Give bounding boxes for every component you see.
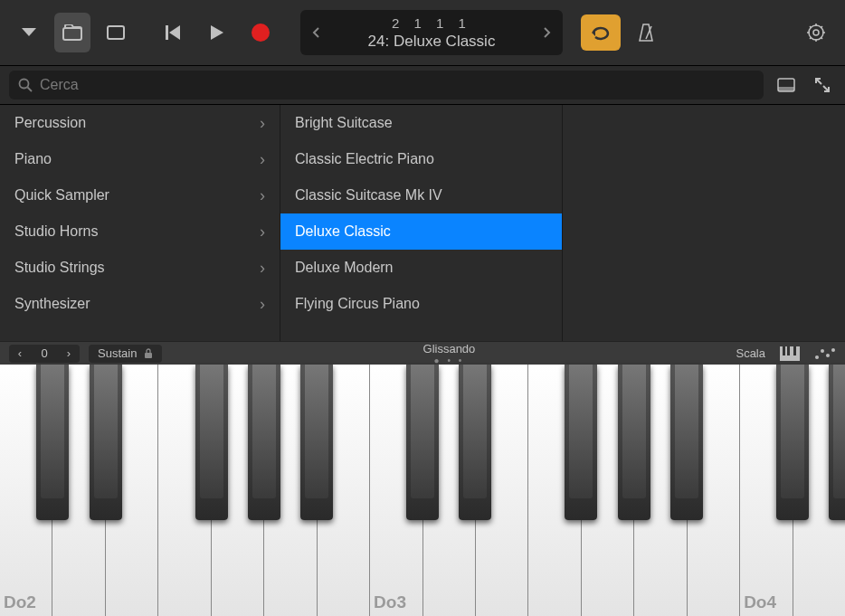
fullscreen-button[interactable] (809, 71, 836, 99)
svg-rect-23 (787, 346, 790, 355)
preset-row[interactable]: Deluxe Modern (280, 250, 562, 286)
octave-label: Do4 (744, 592, 776, 612)
octave-up-button[interactable]: › (58, 346, 80, 360)
preset-label: Deluxe Classic (295, 223, 391, 240)
scale-button[interactable]: Scala (736, 346, 765, 360)
display-center: 2 1 1 1 24: Deluxe Classic (333, 15, 530, 51)
piano-keyboard: Do2 Do3 Do4 (0, 365, 845, 616)
chevron-right-icon: › (260, 259, 265, 278)
octave-label: Do3 (374, 592, 406, 612)
panel-icon (777, 78, 795, 92)
keyboard-mode[interactable]: Glissando ● • • (171, 342, 726, 365)
black-key[interactable] (776, 365, 809, 520)
search-bar (0, 65, 845, 105)
black-key[interactable] (300, 365, 333, 520)
detail-column (563, 105, 845, 341)
cycle-icon (590, 24, 612, 41)
chevron-right-icon: › (260, 186, 265, 205)
play-button[interactable] (199, 13, 235, 52)
chevron-right-icon: › (260, 223, 265, 242)
preset-row[interactable]: Bright Suitcase (280, 105, 562, 141)
record-button[interactable] (242, 13, 279, 52)
svg-rect-17 (778, 87, 794, 91)
lcd-display[interactable]: 2 1 1 1 24: Deluxe Classic (300, 10, 563, 55)
black-key[interactable] (618, 365, 650, 520)
svg-line-15 (28, 88, 33, 92)
black-key[interactable] (195, 365, 228, 520)
preset-row-selected[interactable]: Deluxe Classic (280, 213, 562, 250)
svg-rect-1 (108, 26, 124, 39)
record-icon (252, 24, 270, 42)
view-mode-button[interactable] (773, 71, 800, 99)
svg-rect-2 (166, 25, 168, 40)
category-label: Percussion (14, 115, 86, 131)
category-row[interactable]: Studio Horns› (0, 213, 280, 250)
category-row[interactable]: Piano› (0, 141, 280, 177)
prev-patch-button[interactable] (300, 26, 333, 39)
sound-browser: Percussion› Piano› Quick Sampler› Studio… (0, 105, 845, 341)
preset-row[interactable]: Classic Suitcase Mk IV (280, 177, 562, 213)
go-to-start-button[interactable] (156, 13, 192, 52)
black-key[interactable] (90, 365, 122, 520)
octave-label: Do2 (4, 592, 36, 612)
sustain-toggle[interactable]: Sustain (89, 345, 162, 363)
svg-rect-22 (783, 346, 785, 355)
preset-label: Flying Circus Piano (295, 296, 420, 312)
mode-label: Glissando (423, 342, 476, 355)
black-key[interactable] (248, 365, 280, 520)
svg-rect-0 (63, 28, 81, 40)
category-label: Studio Strings (14, 260, 105, 276)
settings-button[interactable] (798, 13, 834, 52)
search-field-wrap[interactable] (9, 71, 764, 100)
svg-rect-20 (145, 353, 152, 358)
display-patch-name: 24: Deluxe Classic (333, 33, 530, 51)
category-row[interactable]: Percussion› (0, 105, 280, 141)
next-patch-button[interactable] (530, 26, 563, 39)
category-label: Synthesizer (14, 296, 90, 312)
octave-stepper: ‹ 0 › (9, 345, 80, 363)
octave-value: 0 (31, 346, 58, 360)
preset-row[interactable]: Flying Circus Piano (280, 286, 562, 322)
category-row[interactable]: Synthesizer› (0, 286, 280, 322)
black-key[interactable] (565, 365, 597, 520)
search-input[interactable] (40, 77, 755, 93)
black-key[interactable] (670, 365, 703, 520)
expand-icon (814, 77, 831, 93)
preset-label: Deluxe Modern (295, 260, 394, 276)
category-label: Piano (14, 151, 52, 167)
preset-label: Classic Electric Piano (295, 151, 434, 167)
category-row[interactable]: Studio Strings› (0, 250, 280, 286)
preset-label: Bright Suitcase (295, 115, 393, 131)
svg-rect-24 (793, 346, 796, 355)
black-key[interactable] (459, 365, 491, 520)
cycle-button[interactable] (581, 14, 621, 51)
display-position: 2 1 1 1 (333, 15, 530, 31)
gear-icon (806, 23, 826, 43)
keyboard-layout-icon[interactable] (780, 346, 800, 361)
category-column: Percussion› Piano› Quick Sampler› Studio… (0, 105, 280, 341)
black-key[interactable] (829, 365, 845, 520)
preset-column: Bright Suitcase Classic Electric Piano C… (280, 105, 563, 341)
black-key[interactable] (406, 365, 439, 520)
page-dots: ● • • (171, 355, 726, 365)
library-browser-button[interactable] (54, 13, 90, 52)
chevron-right-icon: › (260, 150, 265, 169)
menu-dropdown-button[interactable] (11, 13, 47, 52)
black-key[interactable] (36, 365, 69, 520)
arpeggiator-icon[interactable] (814, 347, 836, 360)
preset-label: Classic Suitcase Mk IV (295, 187, 442, 204)
chevron-right-icon: › (260, 295, 265, 314)
svg-point-5 (813, 30, 819, 35)
top-toolbar: 2 1 1 1 24: Deluxe Classic (0, 0, 845, 65)
octave-down-button[interactable]: ‹ (9, 346, 31, 360)
preset-row[interactable]: Classic Electric Piano (280, 141, 562, 177)
editor-view-button[interactable] (98, 13, 134, 52)
category-label: Studio Horns (14, 223, 99, 240)
chevron-right-icon: › (260, 114, 265, 133)
svg-point-26 (821, 349, 824, 353)
category-row[interactable]: Quick Sampler› (0, 177, 280, 213)
sustain-label: Sustain (98, 346, 137, 360)
lock-icon (144, 348, 153, 359)
metronome-button[interactable] (628, 13, 664, 52)
metronome-icon (637, 23, 655, 43)
